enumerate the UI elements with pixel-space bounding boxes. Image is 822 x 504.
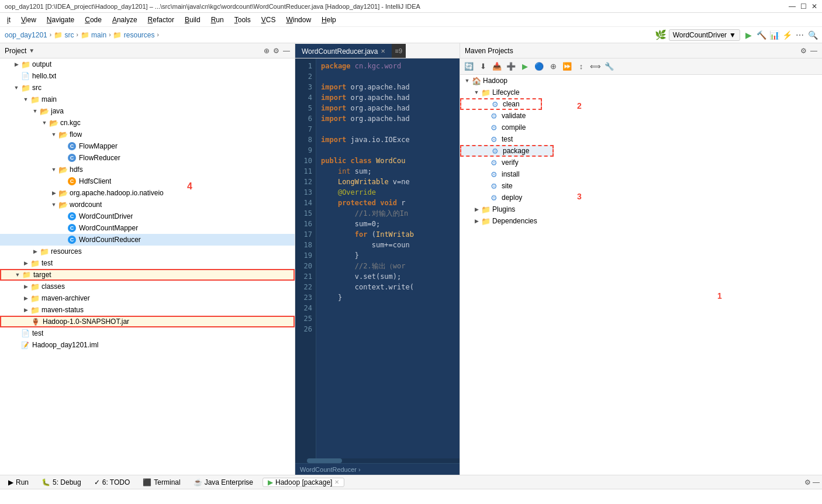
maven-add-icon[interactable]: ➕ xyxy=(505,60,517,73)
maximize-button[interactable]: ☐ xyxy=(800,2,807,11)
menu-item-view[interactable]: View xyxy=(16,15,41,25)
menu-item-it[interactable]: it xyxy=(2,15,15,25)
tree-item-test[interactable]: ▶ 📁 test xyxy=(0,257,295,269)
maven-expand-icon[interactable]: ⟺ xyxy=(589,60,602,73)
collapse-icon[interactable]: — xyxy=(283,47,290,55)
horizontal-scrollbar[interactable] xyxy=(295,458,460,463)
tree-item-iml[interactable]: 📝 Hadoop_day1201.iml xyxy=(0,339,295,351)
maven-item-hadoop[interactable]: ▼ 🏠 Hadoop xyxy=(460,75,822,87)
maven-item-lifecycle[interactable]: ▼ 📁 Lifecycle xyxy=(460,87,822,98)
tree-label-wordcount: wordcount xyxy=(70,201,102,209)
tree-item-flow[interactable]: ▼ 📂 flow xyxy=(0,129,295,140)
bottom-settings-icon[interactable]: ⚙ xyxy=(804,478,811,486)
maven-item-site[interactable]: ⚙ site xyxy=(460,180,822,192)
tree-item-wordcount[interactable]: ▼ 📂 wordcount xyxy=(0,199,295,210)
maven-parallel-icon[interactable]: ⊕ xyxy=(547,60,559,73)
menu-item-analyze[interactable]: Analyze xyxy=(108,15,142,25)
maven-item-deploy[interactable]: ⚙ deploy xyxy=(460,192,822,203)
folder-hdfs-icon: 📂 xyxy=(58,165,68,174)
maven-item-dependencies[interactable]: ▶ 📁 Dependencies xyxy=(460,215,822,227)
tree-item-orgapache[interactable]: ▶ 📂 org.apache.hadoop.io.nativeio xyxy=(0,187,295,199)
tree-item-output[interactable]: ▶ 📁 output xyxy=(0,58,295,70)
bottom-tab-run[interactable]: ▶ Run xyxy=(2,476,34,489)
maven-reimport-icon[interactable]: ⬇ xyxy=(476,60,489,73)
bottom-tab-terminal[interactable]: ⬛ Terminal xyxy=(137,476,186,489)
menu-item-tools[interactable]: Tools xyxy=(230,15,255,25)
tree-item-jar[interactable]: 🏺 Hadoop-1.0-SNAPSHOT.jar xyxy=(0,316,295,327)
tree-item-wordcountmapper[interactable]: C WordCountMapper xyxy=(0,222,295,234)
tab-close-icon[interactable]: ✕ xyxy=(381,48,385,54)
maven-item-install[interactable]: ⚙ install xyxy=(460,168,822,180)
bottom-tab-todo[interactable]: ✓ 6: TODO xyxy=(88,476,136,489)
tree-item-main[interactable]: ▼ 📁 main xyxy=(0,94,295,105)
tree-item-hdfsclient[interactable]: C HdfsClient xyxy=(0,175,295,187)
search-button[interactable]: 🔍 xyxy=(808,30,817,40)
coverage-button[interactable]: 📊 xyxy=(769,30,779,40)
bottom-tab-jee[interactable]: ☕ Java Enterprise xyxy=(188,476,259,489)
maven-tests-icon[interactable]: 🔵 xyxy=(533,60,545,73)
more-button[interactable]: ⋯ xyxy=(795,30,804,40)
scrollbar-thumb[interactable] xyxy=(307,458,342,463)
profile-button[interactable]: ⚡ xyxy=(782,30,792,40)
maven-minimize-icon[interactable]: — xyxy=(810,47,817,55)
tree-item-flowreducer[interactable]: C FlowReducer xyxy=(0,152,295,164)
editor-tab-wordcountreducer[interactable]: WordCountReducer.java ✕ xyxy=(295,44,392,58)
run-button[interactable]: ▶ xyxy=(744,30,753,40)
running-task-label: Hadoop [package] xyxy=(275,478,332,486)
bottom-minimize-icon[interactable]: — xyxy=(813,478,820,486)
tree-item-wordcountreducer[interactable]: C WordCountReducer xyxy=(0,234,295,246)
menu-item-window[interactable]: Window xyxy=(281,15,316,25)
maven-item-package[interactable]: ⚙ package xyxy=(460,145,554,157)
menu-item-vcs[interactable]: VCS xyxy=(257,15,281,25)
tree-item-flowmapper[interactable]: C FlowMapper xyxy=(0,140,295,152)
run-config-selector[interactable]: WordCountDriver ▼ xyxy=(669,29,740,41)
menu-item-build[interactable]: Build xyxy=(180,15,205,25)
maven-item-test[interactable]: ⚙ test xyxy=(460,133,822,145)
maven-item-clean[interactable]: ⚙ clean xyxy=(460,98,542,110)
menu-item-refactor[interactable]: Refactor xyxy=(143,15,179,25)
menu-item-run[interactable]: Run xyxy=(206,15,229,25)
tree-item-hellotxt[interactable]: 📄 hello.txt xyxy=(0,70,295,82)
tree-item-hdfs[interactable]: ▼ 📂 hdfs xyxy=(0,164,295,175)
breadcrumb-resources[interactable]: 📁 resources xyxy=(113,31,154,39)
tree-item-java[interactable]: ▼ 📂 java xyxy=(0,105,295,117)
maven-item-compile[interactable]: ⚙ compile xyxy=(460,122,822,133)
settings-icon[interactable]: ⚙ xyxy=(273,47,279,55)
tree-item-resources[interactable]: ▶ 📁 resources xyxy=(0,246,295,257)
maven-item-validate[interactable]: ⚙ validate xyxy=(460,110,822,122)
menu-item-help[interactable]: Help xyxy=(317,15,341,25)
maven-item-plugins[interactable]: ▶ 📁 Plugins xyxy=(460,203,822,215)
breadcrumb-main[interactable]: 📁 main xyxy=(81,31,106,39)
maven-refresh-icon[interactable]: 🔄 xyxy=(462,60,475,73)
menu-item-navigate[interactable]: Navigate xyxy=(42,15,79,25)
maven-skip-icon[interactable]: ⏩ xyxy=(561,60,574,73)
tree-item-wordcountdriver[interactable]: C WordCountDriver xyxy=(0,210,295,222)
minimize-button[interactable]: — xyxy=(789,2,796,11)
running-task[interactable]: ▶ Hadoop [package] ✕ xyxy=(263,478,344,487)
tree-item-test2[interactable]: 📄 test xyxy=(0,327,295,339)
running-task-close[interactable]: ✕ xyxy=(334,479,339,485)
build-button[interactable]: 🔨 xyxy=(757,30,766,40)
maven-item-verify[interactable]: ⚙ verify xyxy=(460,157,822,168)
menu-item-code[interactable]: Code xyxy=(80,15,106,25)
breadcrumb-project[interactable]: oop_day1201 xyxy=(5,31,47,39)
bottom-tab-debug[interactable]: 🐛 5: Debug xyxy=(36,476,87,489)
maven-download-icon[interactable]: 📥 xyxy=(491,60,503,73)
maven-collapse-icon[interactable]: ↕ xyxy=(575,60,588,73)
tree-item-classes[interactable]: ▶ 📁 classes xyxy=(0,281,295,292)
window-controls[interactable]: — ☐ ✕ xyxy=(789,2,817,11)
maven-settings-icon[interactable]: ⚙ xyxy=(800,47,807,55)
code-area[interactable]: 1234567891011121314151617181920212223242… xyxy=(295,58,460,458)
tree-item-src[interactable]: ▼ 📁 src xyxy=(0,82,295,94)
close-button[interactable]: ✕ xyxy=(811,2,817,11)
tree-item-cnkgc[interactable]: ▼ 📂 cn.kgc xyxy=(0,117,295,129)
panel-dropdown[interactable]: ▼ xyxy=(29,47,34,54)
maven-settings2-icon[interactable]: 🔧 xyxy=(603,60,616,73)
tree-item-target[interactable]: ▼ 📁 target xyxy=(0,269,295,281)
breadcrumb-src[interactable]: 📁 src xyxy=(54,31,74,39)
terminal-tab-icon: ⬛ xyxy=(143,478,151,486)
tree-item-maven-archiver[interactable]: ▶ 📁 maven-archiver xyxy=(0,292,295,304)
tree-item-maven-status[interactable]: ▶ 📁 maven-status xyxy=(0,304,295,316)
maven-run-icon[interactable]: ▶ xyxy=(519,60,531,73)
locate-icon[interactable]: ⊕ xyxy=(264,47,270,55)
